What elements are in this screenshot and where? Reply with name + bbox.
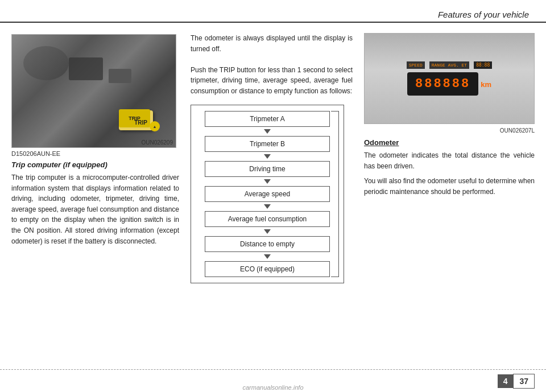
flow-arrow-1: [196, 127, 339, 136]
main-content: TRIP ▲ OUN026209 D150206AUN-EE Trip comp…: [0, 23, 546, 369]
odometer-display-row: 888888 km: [407, 72, 491, 96]
flow-bracket: [331, 111, 339, 277]
flow-item-tripmeter-a: Tripmeter A: [196, 111, 339, 127]
car-image-caption: OUN026209: [141, 139, 173, 146]
arrow-down-3: [264, 179, 271, 184]
page-number-left: 4: [498, 374, 514, 388]
flow-box-eco: ECO (if equipped): [205, 261, 330, 277]
intro-line-2: Push the TRIP button for less than 1 sec…: [191, 66, 353, 95]
odometer-digits: 888888: [407, 72, 478, 96]
intro-line-1: The odometer is always displayed until t…: [191, 34, 353, 53]
flowchart: Tripmeter A Tripmeter B Driving time Ave…: [191, 105, 344, 283]
arrow-down-4: [264, 204, 271, 209]
flow-box-tripmeter-b: Tripmeter B: [205, 136, 330, 152]
arrow-down-1: [264, 129, 271, 134]
left-column: TRIP ▲ OUN026209 D150206AUN-EE Trip comp…: [0, 23, 188, 369]
page-numbers: 4 37: [498, 374, 535, 389]
flow-box-average-speed: Average speed: [205, 186, 330, 202]
odometer-graphic: SPEED RANGE AVG. ET 88:88 888888 km: [365, 34, 534, 123]
odometer-top-labels: SPEED RANGE AVG. ET 88:88: [407, 61, 493, 69]
odometer-time-display: 88:88: [474, 61, 492, 69]
flow-arrow-4: [196, 202, 339, 211]
flow-item-distance-empty: Distance to empty: [196, 236, 339, 252]
flow-item-avg-fuel: Average fuel consumption: [196, 211, 339, 227]
odometer-body-text-1: The odometer indicates the total distanc…: [364, 150, 535, 171]
flow-arrow-6: [196, 252, 339, 261]
left-body-text: The trip computer is a microcomputer-con…: [11, 172, 179, 246]
flow-item-eco: ECO (if equipped): [196, 261, 339, 277]
arrow-down-6: [264, 254, 271, 259]
page-header: Features of your vehicle: [0, 0, 546, 23]
page-title: Features of your vehicle: [438, 10, 529, 22]
page-number-right: 37: [513, 374, 535, 389]
flow-item-tripmeter-b: Tripmeter B: [196, 136, 339, 152]
flow-arrow-5: [196, 227, 339, 236]
intro-text: The odometer is always displayed until t…: [191, 33, 353, 97]
odometer-range-label: RANGE AVG. ET: [429, 61, 469, 69]
right-column: SPEED RANGE AVG. ET 88:88 888888 km OUN0…: [358, 23, 546, 369]
flow-box-tripmeter-a: Tripmeter A: [205, 111, 330, 127]
watermark: carmanualsonline.info: [242, 384, 303, 391]
odometer-section-title: Odometer: [364, 138, 535, 147]
car-dashboard-image: TRIP ▲ OUN026209: [11, 34, 176, 148]
flow-item-driving-time: Driving time: [196, 161, 339, 177]
middle-column: The odometer is always displayed until t…: [188, 23, 358, 369]
image-label: D150206AUN-EE: [11, 150, 179, 157]
arrow-down-2: [264, 154, 271, 159]
odometer-speed-label: SPEED: [407, 61, 425, 69]
odometer-unit: km: [481, 80, 491, 89]
flow-arrow-3: [196, 177, 339, 186]
flow-box-avg-fuel: Average fuel consumption: [205, 211, 330, 227]
odometer-body-text-2: You will also find the odometer useful t…: [364, 176, 535, 197]
flow-arrow-2: [196, 152, 339, 161]
arrow-down-5: [264, 229, 271, 234]
flow-item-average-speed: Average speed: [196, 186, 339, 202]
car-image-graphic: TRIP ▲: [12, 35, 176, 147]
flow-box-driving-time: Driving time: [205, 161, 330, 177]
odometer-image-caption: OUN026207L: [364, 127, 535, 134]
flow-box-distance-empty: Distance to empty: [205, 236, 330, 252]
section-title: Trip computer (if equipped): [11, 160, 179, 169]
odometer-image: SPEED RANGE AVG. ET 88:88 888888 km: [364, 33, 535, 124]
